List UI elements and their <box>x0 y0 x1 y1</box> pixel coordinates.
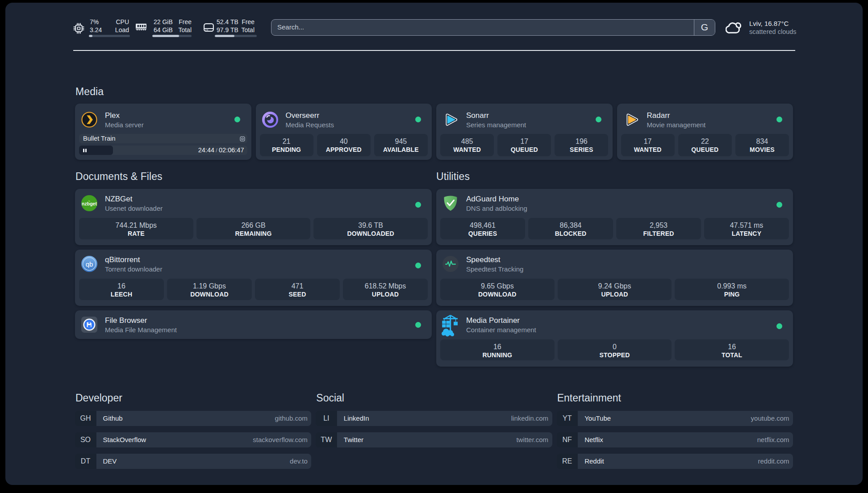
svg-text:qb: qb <box>86 260 93 268</box>
svg-text:nzbget: nzbget <box>82 201 97 206</box>
